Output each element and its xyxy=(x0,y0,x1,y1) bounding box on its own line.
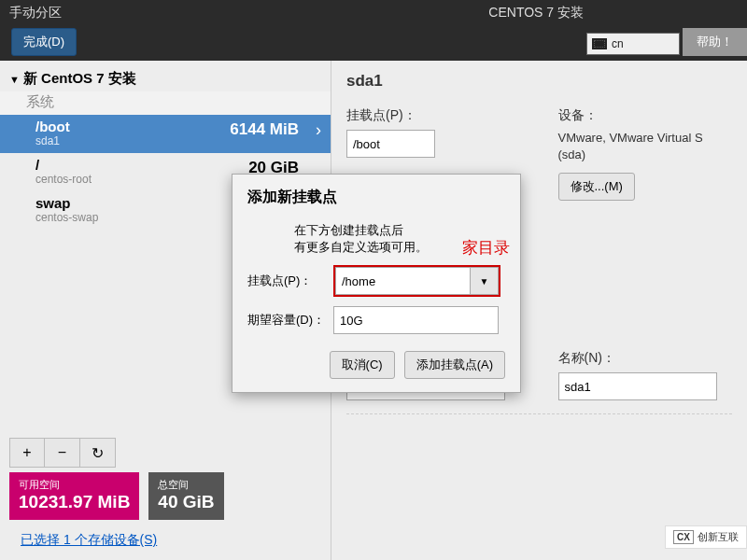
mount-point-combo-highlight: ▼ xyxy=(333,265,500,297)
dialog-mount-label: 挂载点(P)： xyxy=(247,273,333,289)
modal-overlay: 添加新挂载点 在下方创建挂载点后 有更多自定义选项可用。 家目录 挂载点(P)：… xyxy=(0,0,747,560)
watermark-logo: CX xyxy=(673,530,694,544)
watermark: CX 创新互联 xyxy=(665,525,747,549)
add-mount-point-dialog: 添加新挂载点 在下方创建挂载点后 有更多自定义选项可用。 家目录 挂载点(P)：… xyxy=(232,174,521,393)
dialog-title: 添加新挂载点 xyxy=(247,188,505,207)
dialog-size-label: 期望容量(D)： xyxy=(247,312,333,329)
chevron-down-icon: ▼ xyxy=(480,276,489,287)
dialog-description: 在下方创建挂载点后 有更多自定义选项可用。 家目录 xyxy=(294,222,505,256)
dialog-mount-input[interactable] xyxy=(335,267,471,295)
annotation-text: 家目录 xyxy=(462,237,510,259)
mount-dropdown-button[interactable]: ▼ xyxy=(471,267,499,295)
add-mount-point-button[interactable]: 添加挂载点(A) xyxy=(404,351,505,379)
cancel-button[interactable]: 取消(C) xyxy=(330,351,395,379)
dialog-size-input[interactable] xyxy=(333,306,499,334)
watermark-text: 创新互联 xyxy=(698,530,739,544)
